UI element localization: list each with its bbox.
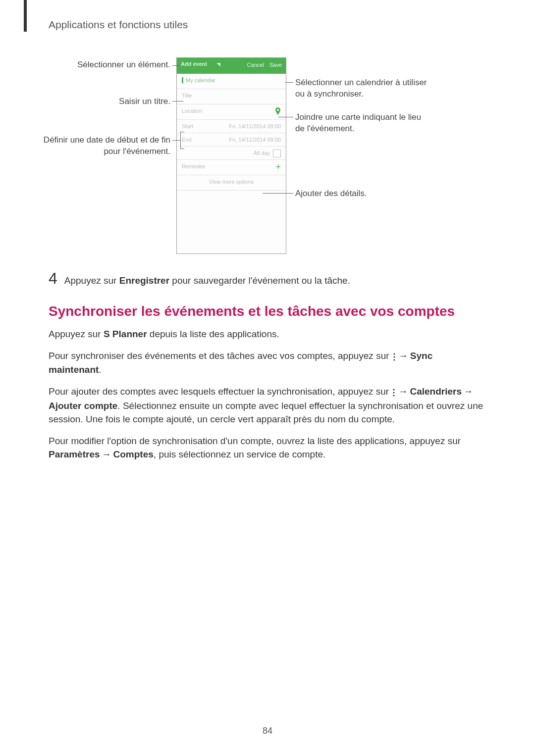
more-options-icon [391, 385, 396, 399]
row-calendar-value: My calendar [182, 77, 215, 83]
row-start-label: Start [182, 123, 193, 129]
t-bold: Calendriers [410, 386, 462, 397]
cancel-button-label: Cancel [247, 62, 264, 68]
figure-add-event: Add event Cancel Save My calendar Title … [0, 53, 535, 256]
t: Pour synchroniser des événements et des … [49, 351, 392, 361]
svg-point-4 [393, 392, 395, 394]
connector-line [172, 140, 180, 141]
paragraph-3: Pour ajouter des comptes avec lesquels e… [49, 385, 487, 426]
t-bold: maintenant [49, 364, 99, 375]
arrow-icon: → [100, 449, 113, 459]
checkbox-icon [273, 150, 281, 157]
t-bold: Sync [410, 351, 432, 361]
arrow-icon: → [397, 351, 410, 361]
row-allday: All day [177, 147, 286, 160]
callout-enter-title: Saisir un titre. [50, 96, 170, 107]
page-number: 84 [0, 726, 535, 736]
callout-select-element: Sélectionner un élément. [50, 59, 170, 71]
arrow-icon: → [462, 386, 475, 397]
svg-point-5 [393, 395, 395, 397]
phone-header: Add event Cancel Save [177, 58, 286, 74]
save-button-label: Save [269, 62, 282, 68]
t-bold: Enregistrer [119, 275, 169, 286]
callout-select-calendar: Sélectionner un calendrier à utiliser ou… [295, 77, 454, 100]
svg-point-3 [393, 389, 395, 391]
row-end: End Fri, 14/11/2014 09:00 [177, 133, 286, 147]
callout-add-details: Ajouter des détails. [295, 188, 454, 200]
connector-line [285, 82, 293, 83]
paragraph-1: Appuyez sur S Planner depuis la liste de… [49, 327, 487, 341]
row-reminder-label: Reminder [182, 163, 206, 169]
plus-icon: + [275, 162, 281, 172]
svg-point-1 [393, 356, 395, 357]
t: Appuyez sur [49, 329, 104, 339]
t: Pour modifier l'option de synchronisatio… [49, 436, 461, 446]
phone-header-title: Add event [181, 61, 207, 67]
step-text: Appuyez sur Enregistrer pour sauvegarder… [64, 274, 350, 288]
phone-header-actions: Cancel Save [243, 62, 282, 68]
step-4: 4 Appuyez sur Enregistrer pour sauvegard… [49, 270, 487, 288]
row-allday-label: All day [254, 150, 270, 156]
running-header: Applications et fonctions utiles [49, 19, 188, 31]
connector-line [278, 117, 293, 117]
row-view-more: View more options [177, 175, 286, 191]
row-location: Location [177, 104, 286, 120]
connector-line [180, 149, 184, 149]
arrow-icon: → [396, 386, 410, 397]
svg-point-2 [393, 359, 395, 360]
row-location-placeholder: Location [182, 108, 203, 114]
phone-mockup: Add event Cancel Save My calendar Title … [176, 57, 286, 254]
manual-page: Applications et fonctions utiles Add eve… [0, 0, 535, 756]
t: Pour ajouter des comptes avec lesquels e… [49, 386, 391, 397]
row-start-value: Fri, 14/11/2014 08:00 [229, 123, 281, 129]
row-reminder: Reminder + [177, 160, 286, 175]
connector-line [180, 132, 184, 132]
callout-set-dates-l1: Définir une date de début et de fin [44, 135, 170, 145]
callout-attach-map-l2: de l'événement. [295, 124, 355, 133]
row-title-placeholder: Title [182, 93, 192, 99]
t: , puis sélectionnez un service de compte… [154, 449, 325, 459]
row-start: Start Fri, 14/11/2014 08:00 [177, 120, 286, 133]
header-rule [24, 0, 27, 32]
callout-select-calendar-l2: ou à synchroniser. [295, 89, 364, 99]
row-end-label: End [182, 137, 192, 143]
t: pour sauvegarder l'événement ou la tâche… [169, 275, 350, 286]
svg-point-0 [393, 353, 395, 354]
t: Appuyez sur [64, 275, 119, 286]
row-view-more-label: View more options [177, 179, 286, 185]
connector-line [172, 65, 179, 66]
t-bold: Paramètres [49, 449, 100, 459]
connector-tick [180, 132, 181, 149]
connector-line [172, 101, 183, 101]
t-bold: Ajouter compte [49, 401, 117, 411]
t: . [99, 364, 101, 375]
dropdown-indicator-icon [216, 63, 220, 67]
more-options-icon [392, 350, 397, 363]
row-calendar: My calendar [177, 74, 286, 89]
map-pin-icon [275, 107, 281, 117]
callout-set-dates: Définir une date de début et de fin pour… [40, 135, 170, 157]
callout-attach-map-l1: Joindre une carte indiquant le lieu [295, 112, 421, 122]
connector-line [263, 193, 293, 194]
paragraph-4: Pour modifier l'option de synchronisatio… [49, 434, 487, 461]
row-end-value: Fri, 14/11/2014 09:00 [229, 137, 281, 143]
page-body: 4 Appuyez sur Enregistrer pour sauvegard… [49, 270, 487, 469]
t-bold: Comptes [113, 449, 154, 459]
paragraph-2: Pour synchroniser des événements et des … [49, 349, 487, 377]
callout-attach-map: Joindre une carte indiquant le lieu de l… [295, 112, 454, 135]
t: depuis la liste des applications. [147, 329, 279, 339]
section-heading-sync: Synchroniser les événements et les tâche… [49, 302, 487, 322]
row-title: Title [177, 89, 286, 104]
callout-select-calendar-l1: Sélectionner un calendrier à utiliser [295, 78, 427, 87]
step-number: 4 [49, 270, 57, 286]
callout-set-dates-l2: pour l'événement. [104, 147, 170, 156]
t-bold: S Planner [104, 329, 147, 339]
